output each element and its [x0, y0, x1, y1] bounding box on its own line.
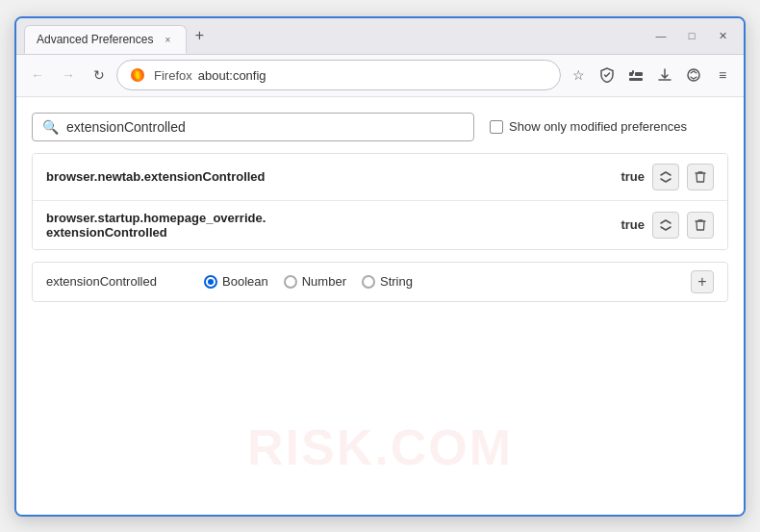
sync-icon[interactable]: [680, 62, 707, 89]
forward-button[interactable]: →: [55, 62, 82, 89]
toggle-button[interactable]: [652, 164, 679, 190]
delete-button[interactable]: [687, 164, 714, 190]
navigation-bar: ← → ↻ Firefox about:config ☆: [16, 55, 744, 97]
table-row: browser.startup.homepage_override. exten…: [33, 201, 727, 249]
pref-name: browser.startup.homepage_override. exten…: [46, 211, 609, 240]
pref-name: browser.newtab.extensionControlled: [46, 169, 609, 184]
address-url: about:config: [198, 68, 266, 83]
pref-value: true: [609, 169, 645, 184]
search-row: 🔍 Show only modified preferences: [32, 113, 728, 141]
delete-button[interactable]: [687, 212, 714, 239]
new-pref-name: extensionControlled: [46, 274, 181, 289]
content-area: RISK.COM 🔍 Show only modified preference…: [16, 97, 744, 515]
shield-icon[interactable]: [594, 62, 621, 89]
radio-number-circle: [284, 275, 297, 289]
checkbox-label-text: Show only modified preferences: [509, 119, 687, 134]
toggle-button[interactable]: [652, 212, 679, 239]
add-new-row: extensionControlled Boolean Number: [32, 262, 728, 302]
download-icon[interactable]: [651, 62, 678, 89]
tab-title: Advanced Preferences: [37, 33, 153, 46]
back-button[interactable]: ←: [24, 62, 51, 89]
row-actions: [652, 164, 714, 190]
search-icon: 🔍: [42, 119, 59, 135]
toolbar-icons: ☆: [565, 62, 736, 89]
maximize-button[interactable]: □: [678, 26, 705, 45]
new-tab-button[interactable]: +: [187, 23, 212, 48]
refresh-button[interactable]: ↻: [86, 62, 113, 89]
address-text: Firefox about:config: [154, 68, 266, 83]
radio-boolean-inner: [208, 279, 214, 285]
svg-rect-5: [629, 78, 643, 81]
results-table: browser.newtab.extensionControlled true: [32, 153, 728, 250]
extension-icon[interactable]: [622, 62, 649, 89]
search-input[interactable]: [66, 119, 464, 135]
radio-string-circle: [362, 275, 375, 289]
menu-icon[interactable]: ≡: [709, 62, 736, 89]
close-button[interactable]: ✕: [709, 26, 736, 45]
firefox-icon: [129, 66, 146, 84]
modified-only-checkbox[interactable]: [490, 120, 503, 134]
watermark: RISK.COM: [247, 418, 513, 476]
title-bar: Advanced Preferences × + — □ ✕: [16, 18, 744, 55]
site-name: Firefox: [154, 68, 192, 83]
radio-string-label: String: [380, 274, 413, 289]
tab-close-button[interactable]: ×: [161, 33, 174, 46]
active-tab[interactable]: Advanced Preferences ×: [24, 25, 187, 54]
add-plus-button[interactable]: +: [691, 270, 714, 293]
row-actions: [652, 212, 714, 239]
window-controls: — □ ✕: [647, 26, 736, 45]
radio-string[interactable]: String: [362, 274, 413, 289]
bookmark-icon[interactable]: ☆: [565, 62, 592, 89]
radio-number[interactable]: Number: [284, 274, 346, 289]
modified-only-checkbox-label[interactable]: Show only modified preferences: [490, 119, 687, 134]
browser-window: Advanced Preferences × + — □ ✕ ← → ↻ Fir: [14, 16, 746, 517]
address-bar[interactable]: Firefox about:config: [116, 60, 561, 90]
radio-number-label: Number: [302, 274, 346, 289]
search-box: 🔍: [32, 113, 474, 141]
minimize-button[interactable]: —: [647, 26, 674, 45]
type-options: Boolean Number String: [204, 274, 413, 289]
table-row: browser.newtab.extensionControlled true: [33, 154, 727, 201]
radio-boolean[interactable]: Boolean: [204, 274, 268, 289]
svg-rect-6: [632, 70, 634, 74]
radio-boolean-label: Boolean: [222, 274, 268, 289]
radio-boolean-circle: [204, 275, 217, 289]
svg-rect-4: [635, 72, 643, 76]
pref-value: true: [609, 217, 645, 232]
